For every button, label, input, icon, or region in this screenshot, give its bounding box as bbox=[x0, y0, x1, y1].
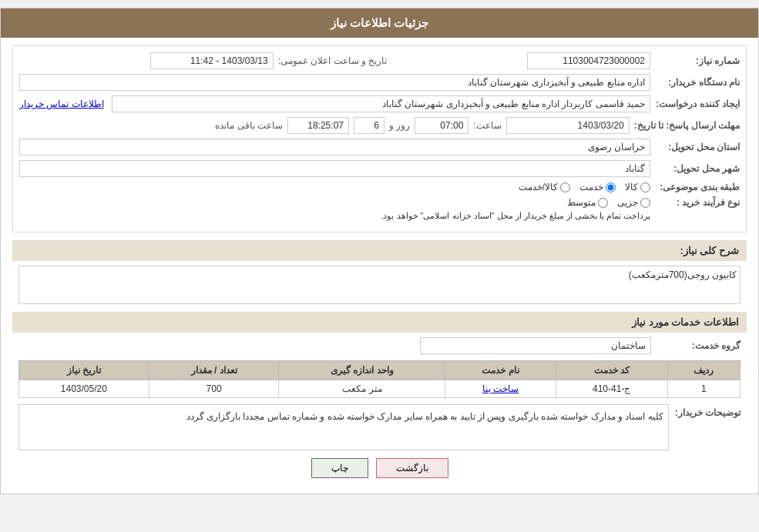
page-title: جزئیات اطلاعات نیاز bbox=[331, 16, 428, 29]
buyer-notes-label: توضیحات خریدار: bbox=[675, 404, 741, 418]
general-desc-value: کابیون روجی(700مترمکعب) bbox=[18, 266, 741, 304]
cell-date: 1403/05/20 bbox=[19, 380, 149, 398]
col-header-row: ردیف bbox=[667, 361, 740, 380]
col-header-code: کد خدمت bbox=[556, 361, 667, 380]
process-option-motavasset[interactable]: متوسط bbox=[567, 197, 608, 208]
col-header-unit: واحد اندازه گیری bbox=[279, 361, 445, 380]
cell-name[interactable]: ساخت بنا bbox=[445, 380, 556, 398]
general-desc-label: شرح کلی نیاز: bbox=[680, 245, 739, 256]
category-option-kala-khedmat[interactable]: کالا/خدمت bbox=[519, 182, 570, 192]
requester-label: ایجاد کننده درخواست: bbox=[655, 99, 740, 109]
process-type-label: نوع فرآیند خرید : bbox=[655, 197, 740, 208]
need-number-value: 1103004723000002 bbox=[527, 52, 650, 69]
table-row: 1 ج-41-410 ساخت بنا متر مکعب 700 1403/05… bbox=[19, 380, 741, 398]
category-option-kala[interactable]: کالا bbox=[625, 182, 650, 192]
process-option-jozii[interactable]: جزیی bbox=[617, 197, 650, 208]
category-label: طبقه بندی موضوعی: bbox=[655, 182, 740, 192]
general-desc-section-title: شرح کلی نیاز: bbox=[12, 240, 747, 261]
cell-code: ج-41-410 bbox=[556, 380, 667, 398]
announcement-value: 1403/03/13 - 11:42 bbox=[150, 52, 274, 69]
service-group-value: ساختمان bbox=[420, 337, 651, 354]
city-value: گناباد bbox=[19, 160, 650, 177]
buyer-notes-value: کلیه اسناد و مدارک خواسته شده بارگیری وپ… bbox=[18, 404, 669, 450]
cell-unit: متر مکعب bbox=[279, 380, 445, 398]
deadline-day-count: 6 bbox=[354, 117, 385, 134]
print-button[interactable]: چاپ bbox=[311, 458, 368, 478]
province-value: خراسان رضوی bbox=[19, 139, 650, 156]
buyer-org-label: نام دستگاه خریدار: bbox=[655, 77, 740, 88]
col-header-name: نام خدمت bbox=[445, 361, 556, 380]
city-label: شهر محل تحویل: bbox=[655, 163, 740, 174]
deadline-remaining-time: 18:25:07 bbox=[287, 117, 349, 134]
service-group-label: گروه خدمت: bbox=[656, 340, 741, 351]
deadline-day-label: روز و bbox=[389, 120, 410, 131]
province-label: استان محل تحویل: bbox=[655, 142, 740, 152]
cell-row: 1 bbox=[667, 380, 740, 398]
deadline-date: 1403/03/20 bbox=[506, 117, 630, 134]
action-buttons: بازگشت چاپ bbox=[12, 458, 747, 478]
requester-value: حمید قاسمی کاربردار اداره منابع طبیعی و … bbox=[112, 95, 650, 112]
announcement-label: تاریخ و ساعت اعلان عمومی: bbox=[278, 55, 388, 66]
col-header-date: تاریخ نیاز bbox=[19, 361, 149, 380]
category-option-khedmat[interactable]: خدمت bbox=[579, 182, 616, 192]
services-section-title: اطلاعات خدمات مورد نیاز bbox=[12, 312, 747, 333]
services-table: ردیف کد خدمت نام خدمت واحد اندازه گیری ت… bbox=[18, 360, 741, 398]
deadline-label: مهلت ارسال پاسخ: تا تاریخ: bbox=[634, 120, 740, 131]
buyer-org-value: اداره منابع طبیعی و آبخیزداری شهرستان گن… bbox=[19, 74, 650, 91]
deadline-time-label: ساعت: bbox=[473, 120, 501, 131]
back-button[interactable]: بازگشت bbox=[376, 458, 448, 478]
page-header: جزئیات اطلاعات نیاز bbox=[1, 8, 758, 38]
col-header-qty: تعداد / مقدار bbox=[149, 361, 279, 380]
category-radio-group: کالا خدمت کالا/خدمت bbox=[519, 182, 650, 192]
cell-qty: 700 bbox=[149, 380, 279, 398]
need-number-label: شماره نیاز: bbox=[655, 55, 740, 66]
deadline-remaining-label: ساعت باقی مانده bbox=[215, 120, 283, 131]
deadline-time: 07:00 bbox=[415, 117, 468, 134]
contact-info-link[interactable]: اطلاعات تماس خریدار bbox=[19, 99, 104, 109]
process-note: پرداخت تمام یا بخشی از مبلغ خریدار از مح… bbox=[19, 211, 650, 221]
